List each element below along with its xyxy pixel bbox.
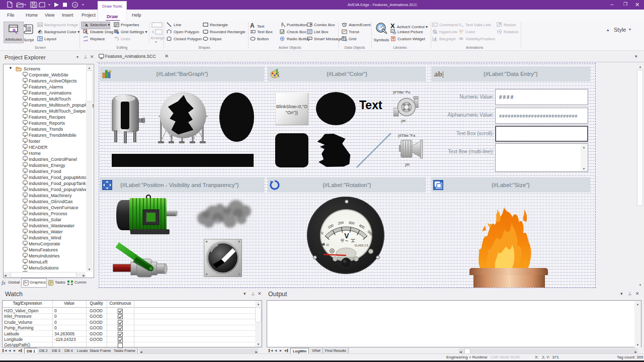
svg-text:?: ? — [74, 3, 76, 8]
svg-text:A: A — [458, 22, 461, 27]
svg-text:10: 10 — [326, 243, 329, 246]
svg-text:~: ~ — [345, 238, 348, 244]
svg-text:CLASS 2.5: CLASS 2.5 — [354, 244, 368, 247]
